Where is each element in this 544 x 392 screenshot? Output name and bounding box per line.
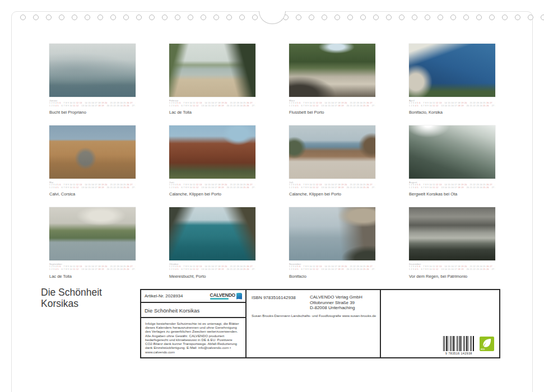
binding-hole [59,15,64,20]
calvendo-logo-wordmark: CALVENDO [210,293,235,297]
month-caption: Flussbett bei Porto [289,110,375,115]
spiral-binding-holes-left [20,15,271,20]
month-cell: Februar 1 2 3 4 5 67 8 9 10 11 12 1314 1… [169,44,255,115]
month-photo [409,207,495,260]
month-caption: Lac de Tolla [49,274,136,279]
month-caption: Bergwelt Korsikas bei Ota [409,192,495,197]
mini-calendar-days-row: 1 2 3 4 56 7 8 9 10 11 1213 14 15 16 17 … [169,186,255,189]
article-number-row: Artikel-Nr. 2028934 CALVENDO [141,290,245,303]
binding-hole [136,15,142,20]
mini-calendar-days-row: 1 2 3 4 56 7 8 9 10 11 1213 14 15 16 17 … [289,186,375,189]
mini-calendar-days-row: 1 2 3 4 56 7 8 9 10 11 1213 14 15 16 17 … [49,268,136,271]
month-photo [169,207,255,260]
mini-calendar: Februar 1 2 3 4 5 67 8 9 10 11 12 1314 1… [169,99,255,107]
legal-text: Infolge bestehender Schutzrechte ist es … [141,318,245,357]
month-caption: Vor dem Regen, bei Patrimonio [409,274,495,279]
barcode-bars [443,336,475,351]
month-caption: Bonifacio, Korsika [409,110,495,115]
calvendo-logo-icon [236,293,242,300]
month-photo [49,207,136,260]
month-cell: Mai 1 2 3 4 5 67 8 9 10 11 12 1314 15 16… [49,125,136,197]
mini-calendar-days-row: 1 2 3 4 56 7 8 9 10 11 1213 14 15 16 17 … [289,105,375,108]
month-caption: Calanche, Klippen bei Porto [289,192,375,197]
mini-calendar: Oktober 1 2 3 4 5 67 8 9 10 11 12 1314 1… [169,263,255,270]
month-photo [169,125,255,179]
mini-calendar: März 1 2 3 4 5 67 8 9 10 11 12 1314 15 1… [289,99,375,107]
month-cell: September 1 2 3 4 5 67 8 9 10 11 12 1314… [49,207,136,278]
calvendo-logo-tagline [210,298,229,300]
photographer-credit: Susan Brooks-Dammann Landschafts- und Fo… [252,314,376,318]
info-box-left-panel: Artikel-Nr. 2028934 CALVENDO Die Schönhe… [141,290,247,357]
binding-hole [541,15,544,20]
month-cell: Oktober 1 2 3 4 5 67 8 9 10 11 12 1314 1… [169,207,255,278]
month-caption: Bonifacio [289,274,375,279]
binding-hole [399,15,404,20]
mini-calendar: Juli 1 2 3 4 5 67 8 9 10 11 12 1314 15 1… [289,181,375,189]
binding-hole [322,15,327,20]
binding-hole [239,15,245,20]
month-cell: November 1 2 3 4 5 67 8 9 10 11 12 1314 … [289,207,375,278]
barcode: 9 783516 142938 [443,336,475,355]
binding-hole [515,15,520,20]
binding-hole [97,15,103,20]
calvendo-logo: CALVENDO [210,293,242,300]
binding-hole [502,15,508,20]
binding-hole [85,15,90,20]
binding-hole [360,15,366,20]
isbn: ISBN 9783516142938 [252,295,296,300]
spiral-binding-holes-right [283,15,544,20]
binding-hole [188,15,193,20]
binding-hole [412,15,417,20]
publisher-line: D-82008 Unterhaching [310,305,362,311]
month-cell: August 1 2 3 4 5 67 8 9 10 11 12 1314 15… [409,125,495,197]
month-photo [49,125,136,179]
binding-hole [123,15,129,20]
mini-calendar: November 1 2 3 4 5 67 8 9 10 11 12 1314 … [289,263,375,270]
binding-hole [528,15,533,20]
month-photo [169,44,255,97]
mini-calendar-days-row: 1 2 3 4 56 7 8 9 10 11 1213 14 15 16 17 … [289,268,375,271]
binding-hole [252,15,258,20]
binding-hole [386,15,392,20]
publisher-line: Ottobrunner Straße 39 [310,300,362,306]
binding-hole [296,15,301,20]
page-title-line1: Die Schönheit [41,287,102,298]
binding-hole [110,15,116,20]
binding-hole [20,15,26,20]
binding-hole [489,15,495,20]
binding-hole [425,15,430,20]
month-photo [409,125,495,179]
mini-calendar-days-row: 1 2 3 4 56 7 8 9 10 11 1213 14 15 16 17 … [409,268,495,271]
month-caption: Bucht bei Propriano [49,110,136,115]
month-photo [49,44,136,97]
page-title: Die SchönheitKorsikas [41,287,102,309]
binding-hole [347,15,353,20]
mini-calendar: Januar 1 2 3 4 5 67 8 9 10 11 12 1314 15… [49,99,136,107]
binding-hole [334,15,340,20]
info-box: Artikel-Nr. 2028934 CALVENDO Die Schönhe… [140,289,500,358]
binding-hole [72,15,77,20]
mini-calendar: April 1 2 3 4 5 67 8 9 10 11 12 1314 15 … [409,99,495,107]
binding-hole [149,15,155,20]
month-photo [289,44,375,97]
binding-hole [175,15,180,20]
eco-logo: eco [480,337,494,351]
mini-calendar-days-row: 1 2 3 4 56 7 8 9 10 11 1213 14 15 16 17 … [409,105,495,108]
barcode-digits: 9 783516 142938 [443,352,475,355]
eco-label: eco [481,348,485,351]
month-cell: April 1 2 3 4 5 67 8 9 10 11 12 1314 15 … [409,44,495,115]
mini-calendar: August 1 2 3 4 5 67 8 9 10 11 12 1314 15… [409,181,495,189]
month-cell: Januar 1 2 3 4 5 67 8 9 10 11 12 1314 15… [49,44,136,115]
leaf-icon [481,337,492,348]
mini-calendar-days-row: 1 2 3 4 56 7 8 9 10 11 1213 14 15 16 17 … [49,186,136,189]
binding-hole [33,15,39,20]
binding-hole [213,15,219,20]
month-photo [289,207,375,260]
publisher-line: CALVENDO Verlag GmbH [310,295,362,300]
publisher-address: CALVENDO Verlag GmbH Ottobrunner Straße … [310,295,362,311]
article-number: Artikel-Nr. 2028934 [145,293,183,298]
info-box-middle-panel: ISBN 9783516142938 CALVENDO Verlag GmbH … [247,290,381,357]
month-caption: Calvi, Corsica [49,192,136,197]
page-title-line2: Korsikas [41,298,78,309]
info-box-right-panel: 9 783516 142938 eco [381,290,499,357]
